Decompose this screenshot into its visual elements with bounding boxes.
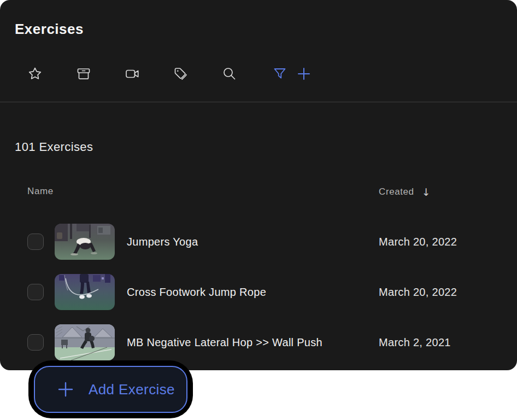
exercise-created-date: March 20, 2022 xyxy=(379,286,457,299)
column-header-created[interactable]: Created ↓ xyxy=(379,186,431,198)
exercise-thumbnail[interactable] xyxy=(55,224,115,260)
exercise-count: 101 Exercises xyxy=(15,140,93,154)
exercise-created-date: March 20, 2022 xyxy=(379,236,457,248)
exercises-panel: Exercises xyxy=(0,0,517,370)
table-row[interactable]: Cross Footwork Jump Rope March 20, 2022 xyxy=(0,267,517,317)
column-header-name[interactable]: Name xyxy=(27,186,54,197)
exercise-name: Jumpers Yoga xyxy=(127,236,198,248)
add-exercise-button[interactable]: Add Exercise xyxy=(34,366,187,413)
exercise-name: Cross Footwork Jump Rope xyxy=(127,286,266,299)
exercise-name: MB Negative Lateral Hop >> Wall Push xyxy=(127,336,322,349)
add-exercise-spotlight: Add Exercise xyxy=(28,360,193,418)
search-icon[interactable] xyxy=(221,66,238,82)
row-checkbox[interactable] xyxy=(27,334,44,351)
plus-icon[interactable] xyxy=(296,66,312,82)
add-exercise-label: Add Exercise xyxy=(89,381,175,398)
archive-icon[interactable] xyxy=(75,66,92,82)
exercise-thumbnail[interactable] xyxy=(55,274,115,310)
star-icon[interactable] xyxy=(27,66,43,82)
row-checkbox[interactable] xyxy=(27,234,44,250)
table-row[interactable]: Jumpers Yoga March 20, 2022 xyxy=(0,217,517,267)
video-camera-icon[interactable] xyxy=(124,66,140,82)
arrow-down-icon: ↓ xyxy=(422,186,431,198)
filter-icon[interactable] xyxy=(272,66,288,82)
exercise-thumbnail[interactable] xyxy=(55,324,115,360)
exercise-created-date: March 2, 2021 xyxy=(379,336,451,349)
table-header: Name Created ↓ xyxy=(0,186,517,199)
exercise-list: Jumpers Yoga March 20, 2022 xyxy=(0,217,517,368)
toolbar-divider xyxy=(0,102,517,102)
page-title: Exercises xyxy=(15,21,84,38)
row-checkbox[interactable] xyxy=(27,284,44,300)
plus-icon xyxy=(57,381,74,398)
toolbar xyxy=(27,66,312,82)
tags-icon[interactable] xyxy=(173,66,189,82)
column-header-created-label: Created xyxy=(379,186,414,197)
